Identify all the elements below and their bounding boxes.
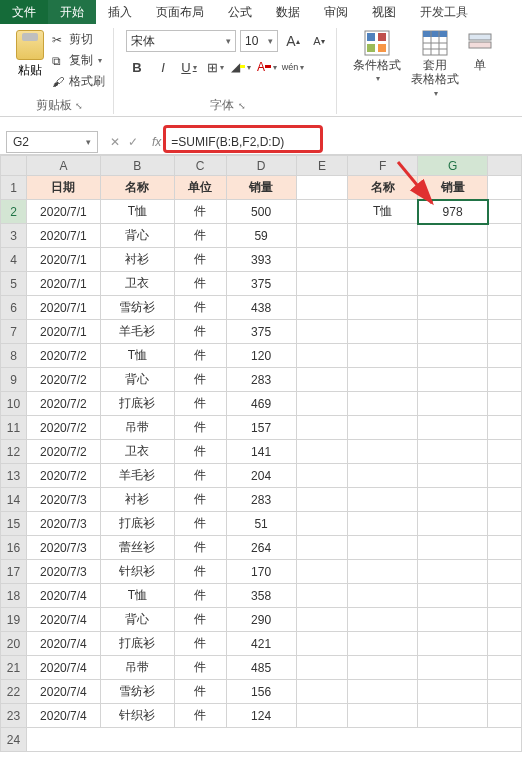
- cell[interactable]: [418, 608, 488, 632]
- table-cell[interactable]: 卫衣: [100, 272, 174, 296]
- header-name[interactable]: 名称: [100, 176, 174, 200]
- table-cell[interactable]: 2020/7/1: [26, 296, 100, 320]
- col-C[interactable]: C: [174, 156, 226, 176]
- cell[interactable]: [488, 488, 522, 512]
- cell[interactable]: [418, 296, 488, 320]
- table-cell[interactable]: 204: [226, 464, 296, 488]
- table-cell[interactable]: 157: [226, 416, 296, 440]
- table-cell[interactable]: 件: [174, 464, 226, 488]
- cell[interactable]: [348, 680, 418, 704]
- table-cell[interactable]: 283: [226, 368, 296, 392]
- cell[interactable]: [418, 416, 488, 440]
- table-cell[interactable]: 2020/7/3: [26, 512, 100, 536]
- cell[interactable]: [296, 560, 348, 584]
- cell[interactable]: [296, 296, 348, 320]
- table-cell[interactable]: 2020/7/1: [26, 200, 100, 224]
- table-cell[interactable]: T恤: [100, 584, 174, 608]
- table-cell[interactable]: 2020/7/4: [26, 656, 100, 680]
- table-cell[interactable]: 500: [226, 200, 296, 224]
- table-cell[interactable]: 件: [174, 344, 226, 368]
- table-cell[interactable]: 485: [226, 656, 296, 680]
- row-5[interactable]: 5: [1, 272, 27, 296]
- cell[interactable]: [348, 320, 418, 344]
- format-painter-button[interactable]: 🖌格式刷: [50, 72, 107, 91]
- cell[interactable]: [296, 656, 348, 680]
- cell[interactable]: [26, 728, 521, 752]
- table-cell[interactable]: 件: [174, 320, 226, 344]
- cell[interactable]: [418, 512, 488, 536]
- row-23[interactable]: 23: [1, 704, 27, 728]
- cell[interactable]: [488, 584, 522, 608]
- cell[interactable]: [296, 584, 348, 608]
- row-8[interactable]: 8: [1, 344, 27, 368]
- cell[interactable]: [296, 368, 348, 392]
- table-cell[interactable]: 358: [226, 584, 296, 608]
- cell[interactable]: [418, 272, 488, 296]
- table-cell[interactable]: 件: [174, 680, 226, 704]
- table-cell[interactable]: 羊毛衫: [100, 464, 174, 488]
- cell[interactable]: [488, 440, 522, 464]
- cell[interactable]: [488, 536, 522, 560]
- row-1[interactable]: 1: [1, 176, 27, 200]
- row-4[interactable]: 4: [1, 248, 27, 272]
- paste-button[interactable]: 粘贴: [12, 28, 48, 91]
- cell[interactable]: [418, 440, 488, 464]
- table-cell[interactable]: 2020/7/1: [26, 320, 100, 344]
- table-cell[interactable]: 件: [174, 248, 226, 272]
- cell[interactable]: [348, 656, 418, 680]
- table-cell[interactable]: 2020/7/2: [26, 368, 100, 392]
- cell[interactable]: [418, 464, 488, 488]
- header-unit[interactable]: 单位: [174, 176, 226, 200]
- cell[interactable]: [488, 200, 522, 224]
- col-extra[interactable]: [488, 156, 522, 176]
- tab-home[interactable]: 开始: [48, 0, 96, 24]
- table-cell[interactable]: 背心: [100, 224, 174, 248]
- cell[interactable]: [488, 704, 522, 728]
- table-cell[interactable]: 雪纺衫: [100, 680, 174, 704]
- row-19[interactable]: 19: [1, 608, 27, 632]
- row-22[interactable]: 22: [1, 680, 27, 704]
- table-cell[interactable]: T恤: [100, 344, 174, 368]
- cell[interactable]: [488, 608, 522, 632]
- table-cell[interactable]: 2020/7/4: [26, 632, 100, 656]
- cell[interactable]: [488, 368, 522, 392]
- table-cell[interactable]: 59: [226, 224, 296, 248]
- header-qty[interactable]: 销量: [226, 176, 296, 200]
- cell[interactable]: [296, 272, 348, 296]
- cell[interactable]: [296, 176, 348, 200]
- table-format-button[interactable]: 套用 表格格式▾: [407, 28, 463, 100]
- cell[interactable]: [296, 224, 348, 248]
- cell[interactable]: [348, 296, 418, 320]
- cell-styles-button[interactable]: 单: [465, 28, 497, 100]
- cell[interactable]: [418, 344, 488, 368]
- cell[interactable]: [348, 440, 418, 464]
- cell[interactable]: [418, 560, 488, 584]
- table-cell[interactable]: 2020/7/4: [26, 608, 100, 632]
- side-item[interactable]: T恤: [348, 200, 418, 224]
- cell[interactable]: [296, 704, 348, 728]
- cell[interactable]: [488, 560, 522, 584]
- cell[interactable]: [348, 344, 418, 368]
- table-cell[interactable]: 吊带: [100, 656, 174, 680]
- cell[interactable]: [348, 224, 418, 248]
- cell[interactable]: [418, 488, 488, 512]
- cell[interactable]: [348, 368, 418, 392]
- row-11[interactable]: 11: [1, 416, 27, 440]
- table-cell[interactable]: 打底衫: [100, 512, 174, 536]
- cell[interactable]: [488, 272, 522, 296]
- grow-font-button[interactable]: A▴: [282, 30, 304, 52]
- table-cell[interactable]: 2020/7/3: [26, 488, 100, 512]
- table-cell[interactable]: 羊毛衫: [100, 320, 174, 344]
- conditional-format-button[interactable]: 条件格式▾: [349, 28, 405, 100]
- tab-formula[interactable]: 公式: [216, 0, 264, 24]
- table-cell[interactable]: 2020/7/4: [26, 584, 100, 608]
- col-A[interactable]: A: [26, 156, 100, 176]
- cut-button[interactable]: ✂剪切: [50, 30, 107, 49]
- cell[interactable]: [488, 632, 522, 656]
- cell[interactable]: [418, 584, 488, 608]
- accept-formula-button[interactable]: ✓: [128, 135, 138, 149]
- row-14[interactable]: 14: [1, 488, 27, 512]
- table-cell[interactable]: 2020/7/2: [26, 344, 100, 368]
- cell[interactable]: [296, 608, 348, 632]
- cell[interactable]: [296, 344, 348, 368]
